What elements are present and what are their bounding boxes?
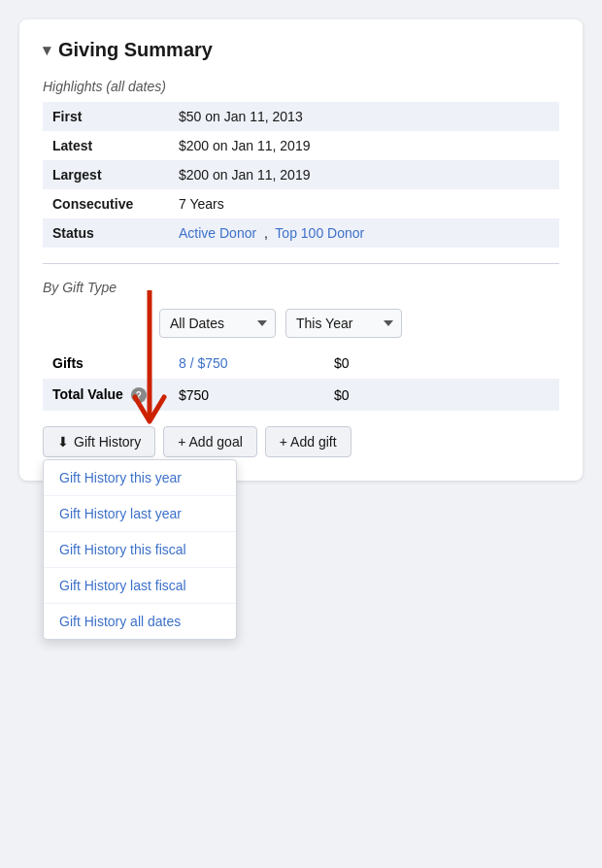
- gifts-row: Gifts 8 / $750 $0: [43, 348, 559, 379]
- table-row: Largest $200 on Jan 11, 2019: [43, 160, 559, 189]
- divider: [43, 263, 559, 264]
- highlights-label: Highlights (all dates): [43, 79, 559, 94]
- dropdowns-row: All Dates Last Year This Year This Year …: [159, 309, 559, 338]
- add-goal-label: + Add goal: [178, 434, 243, 450]
- gift-history-this-fiscal-item[interactable]: Gift History this fiscal: [44, 532, 236, 568]
- top-100-donor-link[interactable]: Top 100 Donor: [275, 225, 364, 241]
- consecutive-value: 7 Years: [169, 189, 559, 218]
- consecutive-label: Consecutive: [43, 189, 169, 218]
- gift-history-all-dates-item[interactable]: Gift History all dates: [44, 604, 236, 639]
- gift-history-container: ⬇ Gift History Gift History this year Gi…: [43, 426, 155, 457]
- latest-label: Latest: [43, 131, 169, 160]
- this-year-dropdown[interactable]: This Year Last Year All Dates: [285, 309, 402, 338]
- actions-row: ⬇ Gift History Gift History this year Gi…: [43, 426, 559, 457]
- table-row: Latest $200 on Jan 11, 2019: [43, 131, 559, 160]
- highlights-table: First $50 on Jan 11, 2013 Latest $200 on…: [43, 102, 559, 248]
- total-value-col1: $750: [169, 379, 324, 411]
- total-value-label: Total Value ?: [43, 379, 169, 411]
- add-gift-label: + Add gift: [280, 434, 337, 450]
- gifts-col1: 8 / $750: [169, 348, 324, 379]
- help-icon[interactable]: ?: [131, 387, 147, 403]
- status-value: Active Donor , Top 100 Donor: [169, 218, 559, 248]
- total-value-row: Total Value ? $750 $0: [43, 379, 559, 411]
- table-row: First $50 on Jan 11, 2013: [43, 102, 559, 131]
- all-dates-dropdown[interactable]: All Dates Last Year This Year: [159, 309, 276, 338]
- first-value: $50 on Jan 11, 2013: [169, 102, 559, 131]
- active-donor-link[interactable]: Active Donor: [179, 225, 256, 241]
- largest-label: Largest: [43, 160, 169, 189]
- section-title-text: Giving Summary: [58, 39, 213, 61]
- table-row: Consecutive 7 Years: [43, 189, 559, 218]
- section-title-row: ▾ Giving Summary: [43, 39, 559, 61]
- add-goal-button[interactable]: + Add goal: [163, 426, 257, 457]
- gifts-col2: $0: [324, 348, 559, 379]
- gift-history-this-year-item[interactable]: Gift History this year: [44, 460, 236, 496]
- gift-history-last-fiscal-item[interactable]: Gift History last fiscal: [44, 568, 236, 604]
- largest-value: $200 on Jan 11, 2019: [169, 160, 559, 189]
- gifts-table: Gifts 8 / $750 $0 Total Value ? $750 $0: [43, 348, 559, 411]
- by-gift-type-label: By Gift Type: [43, 280, 559, 295]
- gift-history-last-year-item[interactable]: Gift History last year: [44, 496, 236, 532]
- gifts-label: Gifts: [43, 348, 169, 379]
- gift-history-button[interactable]: ⬇ Gift History: [43, 426, 155, 457]
- total-value-col2: $0: [324, 379, 559, 411]
- collapse-icon[interactable]: ▾: [43, 41, 50, 59]
- gift-history-label: Gift History: [74, 434, 141, 450]
- download-icon: ⬇: [57, 434, 69, 450]
- first-label: First: [43, 102, 169, 131]
- table-row: Status Active Donor , Top 100 Donor: [43, 218, 559, 248]
- gifts-value-link[interactable]: 8 / $750: [179, 355, 228, 371]
- status-label: Status: [43, 218, 169, 248]
- gift-history-dropdown: Gift History this year Gift History last…: [43, 459, 237, 640]
- giving-summary-card: ▾ Giving Summary Highlights (all dates) …: [19, 19, 583, 481]
- add-gift-button[interactable]: + Add gift: [265, 426, 351, 457]
- latest-value: $200 on Jan 11, 2019: [169, 131, 559, 160]
